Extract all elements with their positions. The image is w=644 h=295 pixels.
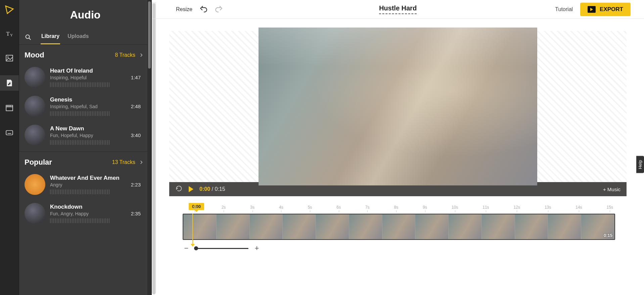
- project-title[interactable]: Hustle Hard: [379, 4, 417, 14]
- search-icon[interactable]: [25, 34, 32, 41]
- track-item[interactable]: A New Dawn Fun, Hopeful, Happy 3:40: [25, 121, 146, 150]
- section-mood: Mood 8 Tracks Heart Of Ireland Inspiring…: [19, 45, 151, 150]
- stage-wrap: 0:00 / 0:15 + Music 0:00 1s 2s 3s 4s 5s …: [152, 19, 644, 295]
- svg-point-4: [7, 56, 8, 57]
- svg-text:T: T: [6, 31, 10, 37]
- app-logo: [4, 5, 14, 16]
- time-display: 0:00 / 0:15: [199, 186, 225, 192]
- export-button[interactable]: EXPORT: [580, 3, 631, 16]
- rail-audio-icon[interactable]: [0, 75, 19, 91]
- sidebar-panel: Audio Library Uploads Mood 8 Tracks Hear…: [19, 0, 152, 295]
- main-scrollbar[interactable]: [152, 2, 156, 293]
- track-title: Genesis: [50, 96, 126, 103]
- undo-button[interactable]: [199, 5, 208, 14]
- export-label: EXPORT: [600, 6, 623, 13]
- editor-main: Resize Hustle Hard Tutorial EXPORT 0:00: [152, 0, 644, 295]
- playhead-line[interactable]: [192, 214, 193, 245]
- waveform-icon: [50, 111, 110, 116]
- track-info: Genesis Inspiring, Hopeful, Sad: [50, 96, 126, 116]
- zoom-slider[interactable]: [195, 248, 248, 249]
- time-current: 0:00: [199, 186, 210, 192]
- svg-rect-10: [6, 131, 13, 135]
- svg-rect-5: [6, 107, 13, 111]
- track-thumb: [25, 203, 45, 224]
- clip-duration: 0:15: [604, 233, 612, 238]
- track-tags: Angry: [50, 182, 126, 187]
- panel-title: Audio: [19, 0, 151, 27]
- svg-line-13: [29, 38, 31, 40]
- svg-text:Y: Y: [10, 33, 13, 37]
- app-rail: TY: [0, 0, 19, 295]
- tab-uploads[interactable]: Uploads: [67, 30, 89, 44]
- redo-button[interactable]: [215, 5, 223, 14]
- zoom-in-button[interactable]: +: [253, 245, 261, 252]
- rail-clapper-icon[interactable]: [0, 100, 19, 116]
- timeline: 0:00 1s 2s 3s 4s 5s 6s 7s 8s 9s 10s 11s …: [169, 196, 627, 255]
- track-info: Knockdown Fun, Angry, Happy: [50, 204, 126, 223]
- topbar: Resize Hustle Hard Tutorial EXPORT: [152, 0, 644, 19]
- track-info: Heart Of Ireland Inspiring, Hopeful: [50, 68, 126, 87]
- zoom-out-button[interactable]: −: [183, 245, 190, 252]
- time-total: 0:15: [215, 186, 225, 192]
- chevron-right-icon: [139, 53, 143, 57]
- track-duration: 3:40: [131, 132, 146, 138]
- track-tags: Inspiring, Hopeful, Sad: [50, 104, 126, 109]
- section-title: Popular: [25, 158, 52, 167]
- track-item[interactable]: Knockdown Fun, Angry, Happy 2:35: [25, 199, 146, 228]
- track-duration: 2:48: [131, 103, 146, 109]
- waveform-icon: [50, 82, 110, 87]
- tab-library[interactable]: Library: [41, 30, 60, 44]
- time-ruler[interactable]: 1s 2s 3s 4s 5s 6s 7s 8s 9s 10s 11s 12s 1…: [193, 205, 613, 210]
- section-count: 8 Tracks: [115, 52, 135, 58]
- section-popular: Popular 13 Tracks Whatever And Ever Amen…: [19, 152, 151, 228]
- play-icon: [588, 6, 596, 13]
- track-tags: Fun, Hopeful, Happy: [50, 133, 126, 138]
- track-duration: 2:23: [131, 182, 146, 187]
- svg-point-12: [26, 35, 30, 38]
- svg-marker-0: [6, 6, 13, 14]
- video-preview[interactable]: [259, 28, 537, 185]
- play-button[interactable]: [189, 186, 193, 192]
- zoom-control: − +: [183, 245, 615, 252]
- track-item[interactable]: Genesis Inspiring, Hopeful, Sad 2:48: [25, 92, 146, 121]
- track-title: A New Dawn: [50, 125, 126, 132]
- video-stage: [169, 31, 627, 182]
- rail-text-icon[interactable]: TY: [0, 26, 19, 41]
- track-tags: Fun, Angry, Happy: [50, 211, 126, 216]
- tutorial-link[interactable]: Tutorial: [555, 6, 573, 12]
- track-info: Whatever And Ever Amen Angry: [50, 175, 126, 194]
- track-thumb: [25, 174, 45, 195]
- track-title: Whatever And Ever Amen: [50, 175, 126, 181]
- track-item[interactable]: Whatever And Ever Amen Angry 2:23: [25, 170, 146, 199]
- track-duration: 1:47: [131, 75, 146, 80]
- clip-strip[interactable]: 0:15: [183, 214, 615, 240]
- waveform-icon: [50, 189, 110, 194]
- section-mood-header[interactable]: Mood 8 Tracks: [25, 51, 146, 59]
- track-item[interactable]: Heart Of Ireland Inspiring, Hopeful 1:47: [25, 63, 146, 92]
- section-popular-header[interactable]: Popular 13 Tracks: [25, 158, 146, 167]
- section-title: Mood: [25, 51, 44, 59]
- track-title: Knockdown: [50, 204, 126, 210]
- track-thumb: [25, 125, 45, 145]
- rail-image-icon[interactable]: [0, 50, 19, 66]
- loop-button[interactable]: [175, 185, 183, 194]
- chevron-right-icon: [139, 160, 143, 164]
- add-music-button[interactable]: + Music: [603, 186, 620, 192]
- track-thumb: [25, 67, 45, 88]
- track-info: A New Dawn Fun, Hopeful, Happy: [50, 125, 126, 145]
- waveform-icon: [50, 140, 110, 145]
- track-title: Heart Of Ireland: [50, 68, 126, 74]
- help-tab[interactable]: Help: [636, 156, 644, 173]
- section-count: 13 Tracks: [112, 159, 135, 165]
- waveform-icon: [50, 218, 110, 223]
- track-duration: 2:35: [131, 211, 146, 216]
- sidebar-scrollbar[interactable]: [147, 0, 151, 295]
- track-thumb: [25, 96, 45, 117]
- resize-button[interactable]: Resize: [176, 6, 192, 12]
- track-tags: Inspiring, Hopeful: [50, 75, 126, 80]
- panel-tabs: Library Uploads: [19, 27, 151, 45]
- rail-caption-icon[interactable]: [0, 125, 19, 140]
